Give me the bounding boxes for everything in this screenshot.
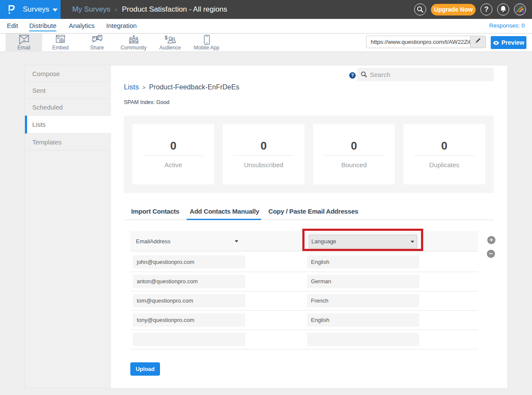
svg-text:$: $: [165, 35, 168, 41]
